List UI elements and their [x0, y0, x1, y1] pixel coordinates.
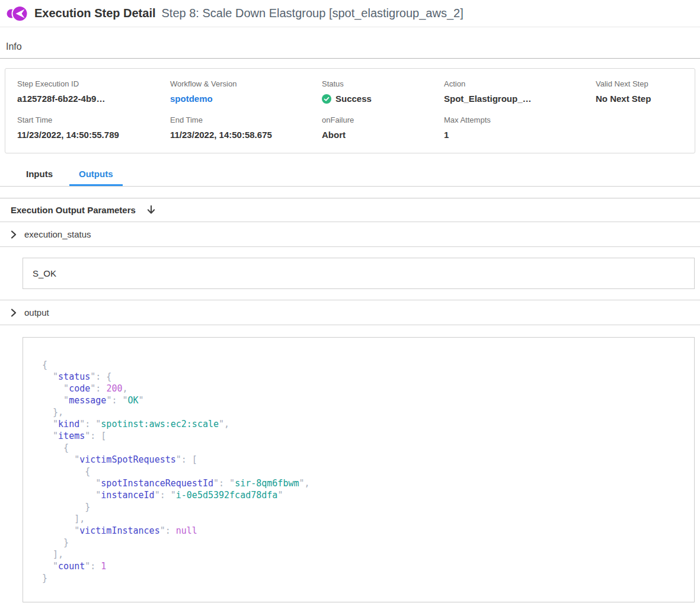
page-title: Execution Step Detail	[34, 7, 156, 20]
field-step-execution-id: Step Execution ID a125728f-6b22-4b9…	[17, 79, 170, 104]
field-label: Valid Next Step	[596, 79, 683, 88]
tab-inputs[interactable]: Inputs	[17, 165, 62, 186]
field-value: Spot_Elastigroup_…	[444, 94, 596, 104]
field-value: Abort	[322, 130, 444, 140]
param-name: output	[24, 307, 49, 317]
field-value: 11/23/2022, 14:50:55.789	[17, 130, 170, 140]
info-card: Step Execution ID a125728f-6b22-4b9… Wor…	[5, 68, 695, 153]
field-workflow-version: Workflow & Version spotdemo	[170, 79, 322, 104]
spacer	[0, 187, 700, 198]
field-status: Status Success	[322, 79, 444, 104]
field-label: Workflow & Version	[170, 79, 322, 88]
status-text: Success	[335, 94, 372, 104]
field-start-time: Start Time 11/23/2022, 14:50:55.789	[17, 116, 170, 140]
field-label: Action	[444, 79, 596, 88]
chevron-right-icon	[11, 230, 17, 239]
field-value: No Next Step	[596, 94, 683, 104]
field-value: 1	[444, 130, 596, 140]
output-json-box: { "status": { "code": 200, "message": "O…	[23, 337, 695, 602]
spot-logo-icon	[6, 5, 28, 23]
param-name: execution_status	[24, 229, 91, 239]
field-empty	[596, 116, 683, 140]
field-max-attempts: Max Attempts 1	[444, 116, 596, 140]
output-parameters-title: Execution Output Parameters	[11, 205, 136, 215]
field-label: End Time	[170, 116, 322, 124]
execution-status-value-box: S_OK	[23, 258, 695, 289]
inputs-outputs-tabs: Inputs Outputs	[0, 165, 700, 187]
field-label: Step Execution ID	[17, 79, 170, 88]
app-header: Execution Step Detail Step 8: Scale Down…	[0, 0, 700, 27]
field-label: Max Attempts	[444, 116, 596, 124]
status-badge: Success	[322, 94, 444, 104]
page-subtitle: Step 8: Scale Down Elastgroup [spot_elas…	[162, 7, 464, 20]
success-check-icon	[322, 94, 331, 104]
field-value: 11/23/2022, 14:50:58.675	[170, 130, 322, 140]
param-row-execution-status[interactable]: execution_status	[0, 222, 700, 247]
field-end-time: End Time 11/23/2022, 14:50:58.675	[170, 116, 322, 140]
down-arrow-icon[interactable]	[146, 205, 156, 215]
output-parameters-header: Execution Output Parameters	[0, 198, 700, 222]
output-code: { "status": { "code": 200, "message": "O…	[42, 359, 685, 584]
workflow-link[interactable]: spotdemo	[170, 94, 322, 104]
field-label: Start Time	[17, 116, 170, 124]
field-valid-next-step: Valid Next Step No Next Step	[596, 79, 683, 104]
field-label: onFailure	[322, 116, 444, 124]
info-divider	[0, 58, 700, 59]
tab-outputs[interactable]: Outputs	[69, 165, 123, 186]
field-value: a125728f-6b22-4b9…	[17, 94, 170, 104]
field-on-failure: onFailure Abort	[322, 116, 444, 140]
field-action: Action Spot_Elastigroup_…	[444, 79, 596, 104]
param-row-output[interactable]: output	[0, 300, 700, 325]
info-section-label: Info	[0, 27, 700, 58]
field-label: Status	[322, 79, 444, 88]
chevron-right-icon	[11, 309, 17, 317]
